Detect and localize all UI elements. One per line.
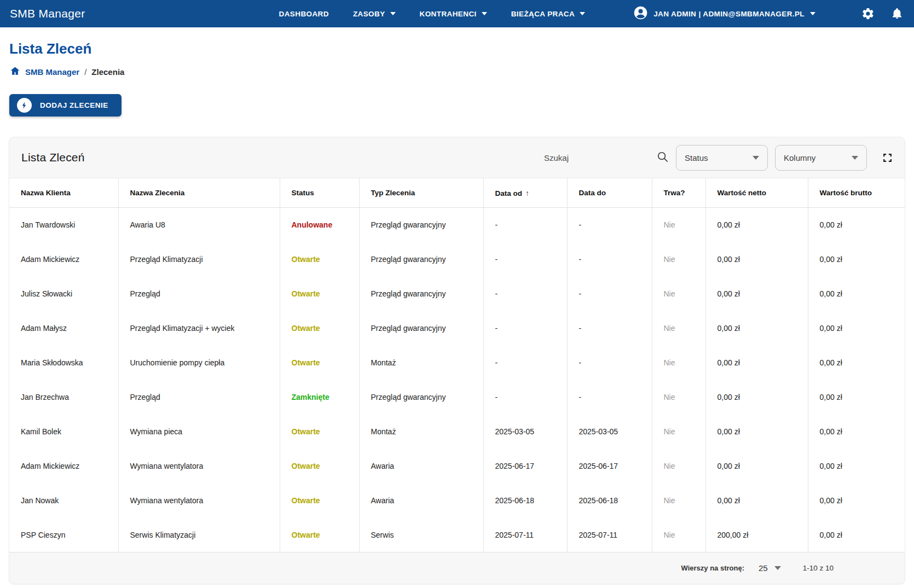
cell-date-from: -: [483, 208, 567, 242]
cell-gross-value: 0,00 zł: [808, 380, 905, 415]
app-brand: SMB Manager: [10, 7, 85, 20]
cell-date-to: -: [567, 242, 652, 277]
columns-filter-select[interactable]: Kolumny: [775, 145, 867, 171]
cell-client-name: Adam Małysz: [9, 311, 118, 346]
nav-item-label: DASHBOARD: [279, 10, 329, 18]
col-header-client[interactable]: Nazwa Klienta: [9, 178, 118, 208]
cell-date-from: -: [483, 380, 567, 415]
fullscreen-icon[interactable]: [882, 153, 893, 163]
cell-ongoing: Nie: [652, 380, 705, 415]
table-row[interactable]: Maria Skłodowska Uruchomienie pompy ciep…: [9, 346, 905, 380]
card-header: Lista Zleceń Status Kolumny: [9, 137, 905, 178]
rows-per-page-value[interactable]: 25: [759, 563, 768, 573]
search-input[interactable]: [544, 153, 656, 162]
table-row[interactable]: PSP Cieszyn Serwis Klimatyzacji Otwarte …: [9, 518, 905, 552]
top-navbar: SMB Manager DASHBOARD ZASOBY KONTRAHENCI…: [0, 0, 914, 27]
cell-ongoing: Nie: [652, 311, 705, 346]
col-header-gross-value[interactable]: Wartość brutto: [808, 178, 905, 208]
nav-item-zasoby[interactable]: ZASOBY: [353, 10, 396, 18]
col-header-date-to[interactable]: Data do: [567, 178, 652, 208]
cell-net-value: 200,00 zł: [705, 518, 808, 552]
cell-order-name: Awaria U8: [118, 208, 280, 242]
cell-order-name: Przegląd: [118, 277, 280, 311]
col-header-ongoing[interactable]: Trwa?: [652, 178, 705, 208]
col-header-order-name[interactable]: Nazwa Zlecenia: [118, 178, 280, 208]
col-header-net-value[interactable]: Wartość netto: [705, 178, 808, 208]
nav-item-kontrahenci[interactable]: KONTRAHENCI: [420, 10, 487, 18]
table-row[interactable]: Jan Twardowski Awaria U8 Anulowane Przeg…: [9, 208, 905, 242]
cell-client-name: Julisz Słowacki: [9, 277, 118, 311]
orders-table: Nazwa Klienta Nazwa Zlecenia Status Typ …: [9, 178, 905, 552]
cell-gross-value: 0,00 zł: [808, 484, 905, 518]
chevron-down-icon: [810, 12, 815, 15]
table-row[interactable]: Julisz Słowacki Przegląd Otwarte Przeglą…: [9, 277, 905, 311]
nav-icon-group: [861, 7, 903, 20]
nav-item-label: BIEŻĄCA PRACA: [511, 10, 575, 18]
cell-net-value: 0,00 zł: [705, 208, 808, 242]
cell-ongoing: Nie: [652, 208, 705, 242]
cell-date-from: -: [483, 311, 567, 346]
notifications-bell-icon[interactable]: [891, 7, 903, 20]
user-avatar-icon: [633, 5, 648, 22]
cell-date-from: 2025-06-18: [483, 484, 567, 518]
cell-order-type: Serwis: [359, 518, 483, 552]
nav-item-dashboard[interactable]: DASHBOARD: [279, 10, 329, 18]
table-row[interactable]: Kamil Bolek Wymiana pieca Otwarte Montaż…: [9, 415, 905, 449]
search-box: [544, 150, 669, 165]
add-order-button[interactable]: DODAJ ZLECENIE: [9, 94, 122, 117]
nav-item-label: KONTRAHENCI: [420, 10, 477, 18]
cell-client-name: Maria Skłodowska: [9, 346, 118, 380]
col-header-order-type[interactable]: Typ Zlecenia: [359, 178, 483, 208]
col-header-date-from[interactable]: Data od↑: [483, 178, 567, 208]
cell-client-name: Adam Mickiewicz: [9, 242, 118, 277]
chevron-down-icon[interactable]: [774, 566, 781, 570]
cell-date-from: -: [483, 277, 567, 311]
cell-gross-value: 0,00 zł: [808, 518, 905, 552]
cell-status: Otwarte: [280, 346, 359, 380]
cell-status: Otwarte: [280, 277, 359, 311]
cell-client-name: PSP Cieszyn: [9, 518, 118, 552]
breadcrumb-current: Zlecenia: [91, 67, 124, 77]
table-row[interactable]: Jan Brzechwa Przegląd Zamknięte Przegląd…: [9, 380, 905, 415]
table-row[interactable]: Jan Nowak Wymiana wentylatora Otwarte Aw…: [9, 484, 905, 518]
cell-status: Otwarte: [280, 518, 359, 552]
user-menu[interactable]: JAN ADMIN | ADMIN@SMBMANAGER.PL: [633, 5, 815, 22]
cell-order-type: Awaria: [359, 484, 483, 518]
cell-date-from: 2025-03-05: [483, 415, 567, 449]
table-row[interactable]: Adam Mickiewicz Wymiana wentylatora Otwa…: [9, 449, 905, 484]
cell-gross-value: 0,00 zł: [808, 242, 905, 277]
cell-client-name: Jan Nowak: [9, 484, 118, 518]
search-icon[interactable]: [656, 150, 669, 165]
rows-per-page-label: Wierszy na stronę:: [681, 564, 744, 572]
cell-order-type: Przegląd gwarancyjny: [359, 277, 483, 311]
cell-status: Zamknięte: [280, 380, 359, 415]
sort-ascending-icon[interactable]: ↑: [525, 189, 529, 197]
cell-order-name: Wymiana wentylatora: [118, 449, 280, 484]
card-title: Lista Zleceń: [21, 151, 85, 164]
cell-net-value: 0,00 zł: [705, 415, 808, 449]
breadcrumb-home-link[interactable]: SMB Manager: [25, 67, 79, 77]
col-header-status[interactable]: Status: [280, 178, 359, 208]
cell-order-name: Przegląd: [118, 380, 280, 415]
cell-order-name: Przegląd Klimatyzacji: [118, 242, 280, 277]
cell-ongoing: Nie: [652, 518, 705, 552]
cell-ongoing: Nie: [652, 415, 705, 449]
cell-date-to: 2025-06-17: [567, 449, 652, 484]
cell-date-to: 2025-06-18: [567, 484, 652, 518]
cell-status: Otwarte: [280, 311, 359, 346]
cell-order-type: Montaż: [359, 415, 483, 449]
cell-order-type: Przegląd gwarancyjny: [359, 380, 483, 415]
status-filter-select[interactable]: Status: [676, 145, 768, 171]
table-row[interactable]: Adam Małysz Przegląd Klimatyzacji + wyci…: [9, 311, 905, 346]
breadcrumb: SMB Manager / Zlecenia: [10, 66, 914, 78]
cell-date-to: 2025-03-05: [567, 415, 652, 449]
cell-date-to: -: [567, 208, 652, 242]
settings-gear-icon[interactable]: [861, 7, 875, 20]
pagination-range: 1-10 z 10: [803, 564, 834, 572]
cell-net-value: 0,00 zł: [705, 277, 808, 311]
cell-gross-value: 0,00 zł: [808, 277, 905, 311]
home-icon[interactable]: [10, 66, 20, 78]
nav-item-biezaca-praca[interactable]: BIEŻĄCA PRACA: [511, 10, 585, 18]
cell-order-type: Przegląd gwarancyjny: [359, 208, 483, 242]
table-row[interactable]: Adam Mickiewicz Przegląd Klimatyzacji Ot…: [9, 242, 905, 277]
